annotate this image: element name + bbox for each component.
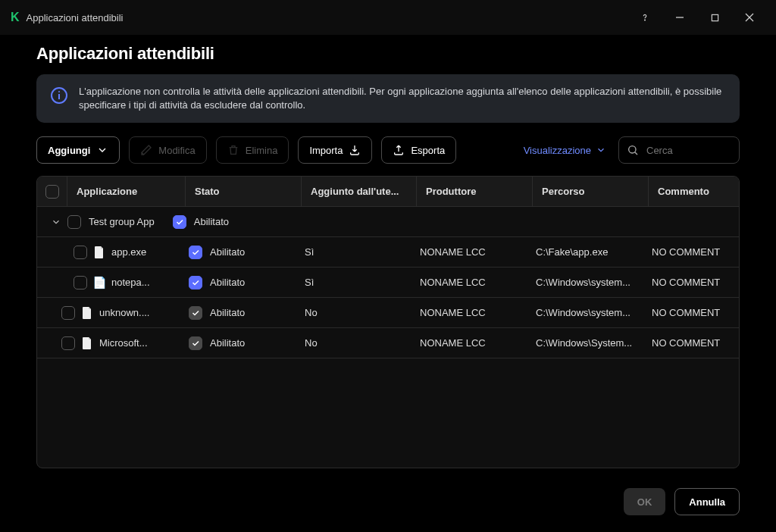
- svg-line-9: [635, 152, 637, 155]
- edit-button-label: Modifica: [158, 145, 195, 156]
- app-name: Microsoft...: [99, 337, 148, 349]
- toolbar: Aggiungi Modifica Elimina Importa Esport…: [36, 136, 740, 164]
- comment-cell: NO COMMENT: [643, 237, 739, 267]
- added-cell: Sì: [296, 268, 411, 297]
- help-button[interactable]: [627, 6, 662, 29]
- path-cell: C:\Windows\system...: [527, 298, 643, 327]
- path-cell: C:\Windows\System...: [527, 328, 643, 358]
- chevron-down-icon: [596, 145, 606, 155]
- checkbox[interactable]: [74, 246, 87, 259]
- info-banner: L'applicazione non controlla le attività…: [36, 74, 740, 123]
- state-toggle[interactable]: [189, 336, 202, 350]
- table-row[interactable]: 📄notepa...AbilitatoSìNONAME LCCC:\Window…: [37, 268, 739, 298]
- page-title: Applicazioni attendibili: [36, 44, 740, 64]
- search-input[interactable]: [645, 144, 731, 157]
- delete-button: Elimina: [216, 136, 289, 164]
- checkbox[interactable]: [61, 306, 75, 320]
- header-col-state[interactable]: Stato: [186, 177, 302, 206]
- add-button-label: Aggiungi: [48, 145, 90, 156]
- added-cell: No: [296, 298, 411, 327]
- table: Applicazione Stato Aggiunto dall'ute... …: [36, 176, 740, 468]
- file-icon: [81, 307, 93, 319]
- edit-button: Modifica: [129, 136, 206, 164]
- pencil-icon: [140, 144, 152, 156]
- checkbox[interactable]: [67, 215, 81, 229]
- chevron-down-icon: [96, 144, 108, 156]
- close-button[interactable]: [732, 6, 767, 29]
- header-select-all[interactable]: [37, 177, 67, 206]
- producer-cell: NONAME LCC: [411, 268, 527, 297]
- view-dropdown[interactable]: Visualizzazione: [521, 145, 609, 156]
- header-col-app[interactable]: Applicazione: [67, 177, 186, 206]
- header-col-path[interactable]: Percorso: [533, 177, 649, 206]
- checkbox[interactable]: [45, 185, 59, 199]
- ok-button: OK: [624, 488, 666, 515]
- app-logo-icon: K: [11, 11, 19, 24]
- search-icon: [627, 144, 639, 156]
- state-toggle[interactable]: [189, 306, 202, 320]
- import-button[interactable]: Importa: [298, 136, 372, 164]
- comment-cell: NO COMMENT: [643, 298, 739, 327]
- app-name: notepa...: [111, 277, 150, 288]
- producer-cell: NONAME LCC: [411, 328, 527, 358]
- export-icon: [393, 144, 405, 156]
- search-box[interactable]: [618, 136, 740, 164]
- app-name: unknown....: [99, 307, 150, 318]
- state-text: Abilitato: [210, 337, 245, 349]
- comment-cell: NO COMMENT: [643, 268, 739, 297]
- added-cell: Sì: [296, 237, 411, 267]
- state-toggle[interactable]: [189, 246, 202, 259]
- state-text: Abilitato: [210, 307, 245, 318]
- add-button[interactable]: Aggiungi: [36, 136, 120, 164]
- table-row[interactable]: app.exeAbilitatoSìNONAME LCCC:\Fake\app.…: [37, 237, 739, 268]
- footer: OK Annulla: [0, 474, 776, 532]
- app-name: app.exe: [111, 246, 146, 258]
- info-icon: [50, 86, 68, 105]
- state-text: Abilitato: [210, 246, 245, 258]
- state-toggle[interactable]: [173, 215, 186, 229]
- file-icon: [81, 337, 93, 349]
- file-icon: [93, 246, 105, 258]
- table-row[interactable]: unknown....AbilitatoNoNONAME LCCC:\Windo…: [37, 298, 739, 328]
- svg-point-0: [645, 20, 646, 20]
- header-col-producer[interactable]: Produttore: [417, 177, 533, 206]
- import-button-label: Importa: [309, 145, 343, 156]
- path-cell: C:\Fake\app.exe: [527, 237, 643, 267]
- svg-rect-2: [712, 14, 718, 20]
- view-dropdown-label: Visualizzazione: [524, 145, 591, 156]
- header-col-comment[interactable]: Commento: [649, 177, 739, 206]
- table-header: Applicazione Stato Aggiunto dall'ute... …: [37, 177, 739, 207]
- delete-button-label: Elimina: [246, 145, 278, 156]
- cancel-button[interactable]: Annulla: [674, 488, 740, 515]
- group-row[interactable]: Test group AppAbilitato: [37, 207, 739, 237]
- import-icon: [349, 144, 361, 156]
- comment-cell: NO COMMENT: [643, 328, 739, 358]
- state-toggle[interactable]: [189, 276, 202, 289]
- svg-point-7: [58, 91, 60, 92]
- producer-cell: NONAME LCC: [411, 237, 527, 267]
- trash-icon: [227, 144, 239, 156]
- maximize-button[interactable]: [697, 6, 732, 29]
- notepad-icon: 📄: [93, 277, 105, 289]
- header-col-added[interactable]: Aggiunto dall'ute...: [302, 177, 417, 206]
- table-body: Test group AppAbilitatoapp.exeAbilitatoS…: [37, 207, 739, 468]
- titlebar: K Applicazioni attendibili: [0, 0, 776, 35]
- producer-cell: NONAME LCC: [411, 298, 527, 327]
- added-cell: No: [296, 328, 411, 358]
- svg-point-8: [629, 146, 636, 153]
- checkbox[interactable]: [74, 276, 87, 289]
- minimize-button[interactable]: [662, 6, 697, 29]
- path-cell: C:\Windows\system...: [527, 268, 643, 297]
- info-text: L'applicazione non controlla le attività…: [79, 85, 726, 112]
- window-title: Applicazioni attendibili: [27, 12, 124, 23]
- table-row[interactable]: Microsoft...AbilitatoNoNONAME LCCC:\Wind…: [37, 328, 739, 358]
- state-text: Abilitato: [210, 277, 245, 288]
- export-button-label: Esporta: [411, 145, 445, 156]
- chevron-down-icon[interactable]: [51, 217, 61, 227]
- checkbox[interactable]: [61, 336, 75, 350]
- state-text: Abilitato: [194, 216, 229, 227]
- group-name: Test group App: [89, 216, 155, 227]
- export-button[interactable]: Esporta: [381, 136, 456, 164]
